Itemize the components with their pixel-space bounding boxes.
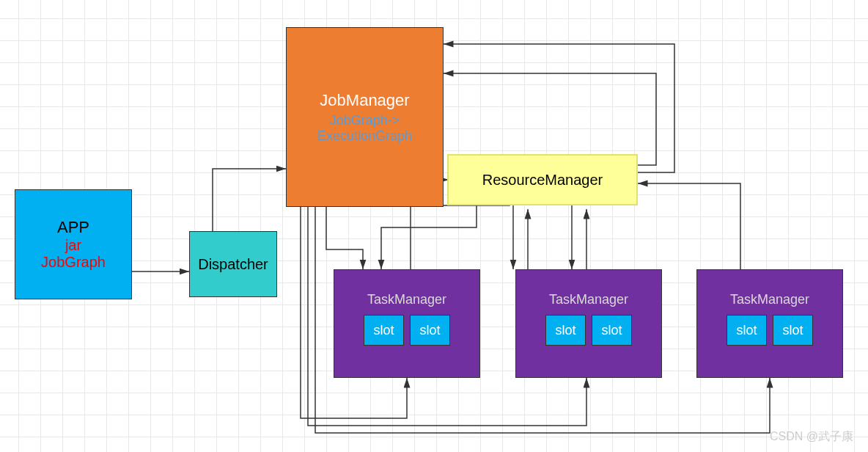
taskmanager-label: TaskManager <box>549 292 628 307</box>
jobmanager-box: JobManager JobGraph-> ExecutionGraph <box>286 27 444 207</box>
slot: slot <box>364 315 404 346</box>
app-jar-label: jar <box>65 237 81 254</box>
resourcemanager-box: ResourceManager <box>447 154 638 205</box>
slot: slot <box>727 315 767 346</box>
app-title: APP <box>57 218 89 237</box>
app-box: APP jar JobGraph <box>15 189 132 299</box>
jobmanager-title: JobManager <box>320 91 409 110</box>
resourcemanager-label: ResourceManager <box>482 172 603 189</box>
slot: slot <box>592 315 632 346</box>
dispatcher-box: Dispatcher <box>189 231 277 297</box>
diagram-canvas: APP jar JobGraph Dispatcher JobManager J… <box>0 0 868 452</box>
taskmanager-box-1: TaskManager slot slot <box>334 269 480 378</box>
dispatcher-label: Dispatcher <box>198 256 268 273</box>
slot: slot <box>773 315 813 346</box>
taskmanager-label: TaskManager <box>730 292 809 307</box>
slot-row: slot slot <box>545 315 632 346</box>
watermark: CSDN @武子康 <box>770 429 853 445</box>
jobmanager-line1: JobGraph-> <box>330 113 400 128</box>
taskmanager-box-3: TaskManager slot slot <box>696 269 843 378</box>
slot: slot <box>545 315 586 346</box>
slot: slot <box>410 315 450 346</box>
app-jobgraph-label: JobGraph <box>41 254 106 271</box>
jobmanager-line2: ExecutionGraph <box>317 128 412 144</box>
slot-row: slot slot <box>727 315 813 346</box>
slot-row: slot slot <box>364 315 450 346</box>
taskmanager-label: TaskManager <box>367 292 446 307</box>
taskmanager-box-2: TaskManager slot slot <box>515 269 662 378</box>
